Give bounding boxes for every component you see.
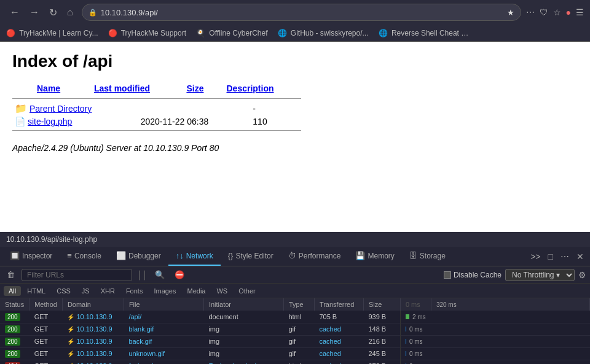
- star-icon[interactable]: ☆: [553, 7, 561, 17]
- network-icon: ↑↓: [176, 251, 184, 260]
- domain-icon: ⚡: [67, 350, 74, 357]
- file-link[interactable]: back.gif: [128, 338, 152, 345]
- block-icon[interactable]: ⛔: [171, 269, 187, 281]
- dock-button[interactable]: □: [545, 249, 557, 264]
- disable-cache-toggle[interactable]: Disable Cache: [444, 271, 502, 279]
- col-header-file[interactable]: File: [124, 298, 203, 311]
- filter-tab-other[interactable]: Other: [234, 286, 261, 296]
- file-cell: back.gif: [124, 335, 203, 347]
- col-header-method[interactable]: Method: [30, 298, 63, 311]
- initiator-cell: img: [203, 335, 283, 347]
- disable-cache-label: Disable Cache: [454, 271, 502, 279]
- home-button[interactable]: ⌂: [63, 4, 77, 20]
- table-divider-bottom: [12, 130, 301, 131]
- toolbar-separator-1: ∣∣: [137, 269, 147, 281]
- domain-cell: ⚡ 10.10.130.9: [62, 347, 124, 360]
- parent-folder-icon: 📁: [15, 103, 27, 114]
- type-cell: gif: [283, 335, 314, 347]
- forward-button[interactable]: →: [26, 4, 43, 20]
- throttle-select[interactable]: No Throttling ▾: [505, 269, 575, 281]
- bookmark-github[interactable]: 🌐 GitHub - swisskyrepo/...: [278, 29, 369, 37]
- address-bar[interactable]: 🔒 10.10.130.9/api/ ★: [82, 4, 521, 21]
- tab-debugger[interactable]: ⬜ Debugger: [109, 247, 168, 266]
- status-badge: 200: [5, 313, 20, 321]
- menu-dots-icon[interactable]: ⋯: [526, 7, 535, 17]
- file-icon: 📄: [15, 117, 25, 126]
- file-link[interactable]: unknown.gif: [128, 350, 165, 357]
- tab-memory[interactable]: 💾 Memory: [348, 247, 401, 266]
- tab-console[interactable]: ≡ Console: [60, 247, 109, 266]
- method-cell: GET: [30, 311, 63, 323]
- domain-link[interactable]: 10.10.130.9: [76, 350, 112, 357]
- col-header-size[interactable]: Size: [363, 298, 400, 311]
- shield-icon: 🛡: [540, 7, 548, 17]
- col-header-transferred[interactable]: Transferred: [314, 298, 363, 311]
- parent-directory-link[interactable]: Parent Directory: [30, 104, 92, 114]
- back-button[interactable]: ←: [6, 4, 23, 20]
- file-cell: unknown.gif: [124, 347, 203, 360]
- col-header-domain[interactable]: Domain: [62, 298, 124, 311]
- table-row: 404 GET ⚡ 10.10.130.9 favicon.ico Favico…: [0, 360, 590, 364]
- filter-tab-css[interactable]: CSS: [52, 286, 76, 296]
- cache-checkbox[interactable]: [444, 271, 451, 279]
- filter-tab-js[interactable]: JS: [77, 286, 95, 296]
- search-button[interactable]: 🔍: [152, 269, 168, 281]
- filter-tab-xhr[interactable]: XHR: [96, 286, 120, 296]
- tab-inspector[interactable]: 🔲 Inspector: [2, 247, 60, 266]
- size-cell: 939 B: [363, 311, 400, 323]
- filter-tab-images[interactable]: Images: [149, 286, 181, 296]
- bookmark-tryhackme-support[interactable]: 🔴 TryHackMe Support: [108, 29, 186, 37]
- network-settings-button[interactable]: ⚙: [578, 270, 586, 280]
- tab-storage[interactable]: 🗄 Storage: [402, 247, 453, 266]
- bookmark-reverse-shell[interactable]: 🌐 Reverse Shell Cheat S...: [379, 29, 471, 37]
- overflow-button[interactable]: ⋯: [557, 249, 573, 264]
- refresh-button[interactable]: ↻: [45, 4, 61, 21]
- network-tbody: 200 GET ⚡ 10.10.130.9 /api/ document htm…: [0, 311, 590, 364]
- filter-tab-html[interactable]: HTML: [22, 286, 50, 296]
- file-link[interactable]: /api/: [128, 313, 141, 320]
- more-tools-button[interactable]: >>: [527, 249, 544, 264]
- close-devtools-button[interactable]: ✕: [573, 249, 588, 264]
- col-header-name[interactable]: Name: [12, 81, 94, 96]
- filter-tab-all[interactable]: All: [4, 286, 21, 296]
- col-header-modified[interactable]: Last modified: [94, 81, 186, 96]
- tab-network[interactable]: ↑↓ Network: [168, 247, 221, 266]
- bookmark-cyberchef[interactable]: 🍳 Offline CyberChef: [196, 29, 268, 37]
- filter-tab-media[interactable]: Media: [182, 286, 210, 296]
- domain-cell: ⚡ 10.10.130.9: [62, 335, 124, 347]
- hamburger-menu-icon[interactable]: ☰: [576, 7, 584, 17]
- devtools-panel: 🔲 Inspector ≡ Console ⬜ Debugger ↑↓ Netw…: [0, 247, 590, 364]
- time-value: 0 ms: [409, 338, 423, 345]
- table-row-parent: 📁 Parent Directory -: [12, 101, 307, 115]
- domain-link[interactable]: 10.10.130.9: [76, 338, 112, 345]
- devtools-toolbar: 🗑 ∣∣ 🔍 ⛔ Disable Cache No Throttling ▾ ⚙: [0, 266, 590, 284]
- col-header-type[interactable]: Type: [283, 298, 314, 311]
- sitelog-link[interactable]: site-log.php: [28, 117, 72, 126]
- domain-link[interactable]: 10.10.130.9: [76, 325, 112, 333]
- domain-link[interactable]: 10.10.130.9: [76, 313, 112, 320]
- timing-bar: [406, 314, 409, 319]
- timing-cell: 0 ms: [400, 323, 431, 335]
- tab-style-editor[interactable]: {} Style Editor: [221, 247, 281, 266]
- filter-urls-input[interactable]: [22, 269, 132, 281]
- bookmark-icon-3: 🌐: [278, 29, 287, 37]
- domain-icon: ⚡: [67, 314, 74, 320]
- filter-tab-fonts[interactable]: Fonts: [121, 286, 148, 296]
- firefox-icon: ●: [566, 7, 571, 17]
- col-header-initiator[interactable]: Initiator: [203, 298, 283, 311]
- col-header-size[interactable]: Size: [186, 81, 226, 96]
- tab-performance[interactable]: ⏱ Performance: [281, 247, 348, 266]
- status-cell: 404: [0, 360, 30, 364]
- file-link[interactable]: blank.gif: [128, 325, 154, 333]
- clear-network-button[interactable]: 🗑: [4, 269, 18, 281]
- parent-desc-cell: [290, 101, 307, 115]
- bookmark-tryhackme[interactable]: 🔴 TryHackMe | Learn Cy...: [6, 29, 98, 37]
- bookmark-star-icon[interactable]: ★: [507, 8, 514, 17]
- table-row: 200 GET ⚡ 10.10.130.9 unknown.gif img gi…: [0, 347, 590, 360]
- timing-bar: [406, 327, 406, 331]
- transferred-value: 705 B: [319, 313, 337, 320]
- status-badge: 200: [5, 338, 20, 346]
- filter-tab-ws[interactable]: WS: [211, 286, 232, 296]
- type-cell: gif: [283, 323, 314, 335]
- col-header-status[interactable]: Status: [0, 298, 30, 311]
